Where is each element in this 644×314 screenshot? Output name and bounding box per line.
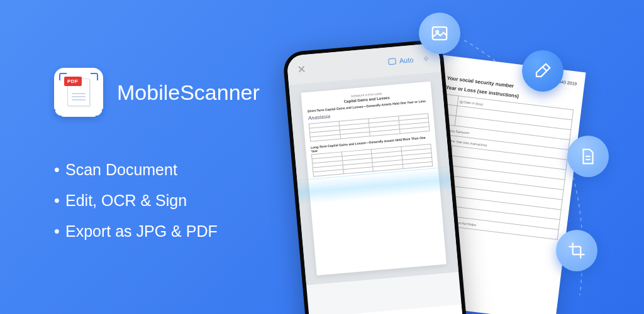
auto-button[interactable]: Auto	[388, 56, 414, 65]
app-header: PDF MobileScanner	[54, 68, 260, 117]
auto-frame-icon	[389, 58, 397, 65]
pin-icon[interactable]: ✧	[422, 53, 430, 64]
feature-item: Edit, OCR & Sign	[54, 192, 260, 210]
feature-list: Scan Document Edit, OCR & Sign Export as…	[54, 161, 260, 241]
phone-bottom-bar: Photos Done	[309, 305, 465, 314]
app-icon: PDF	[54, 68, 103, 117]
image-icon	[419, 13, 460, 54]
scan-viewport: SCHEDULE D (Form 1040) Capital Gains and…	[289, 72, 458, 285]
pdf-badge: PDF	[64, 77, 82, 86]
svg-line-2	[543, 67, 547, 71]
erase-icon	[522, 50, 564, 92]
feature-item: Scan Document	[54, 161, 260, 179]
app-title: MobileScanner	[117, 80, 260, 105]
crop-icon	[556, 230, 597, 271]
close-icon[interactable]: ×	[297, 61, 306, 78]
phone-mockup: × Auto ✧ SCHEDULE D (Form 1040) Capital …	[282, 39, 470, 314]
document-icon: PDF	[67, 78, 90, 106]
feature-item: Export as JPG & PDF	[54, 222, 260, 241]
auto-label: Auto	[399, 56, 414, 65]
file-icon	[567, 136, 609, 177]
